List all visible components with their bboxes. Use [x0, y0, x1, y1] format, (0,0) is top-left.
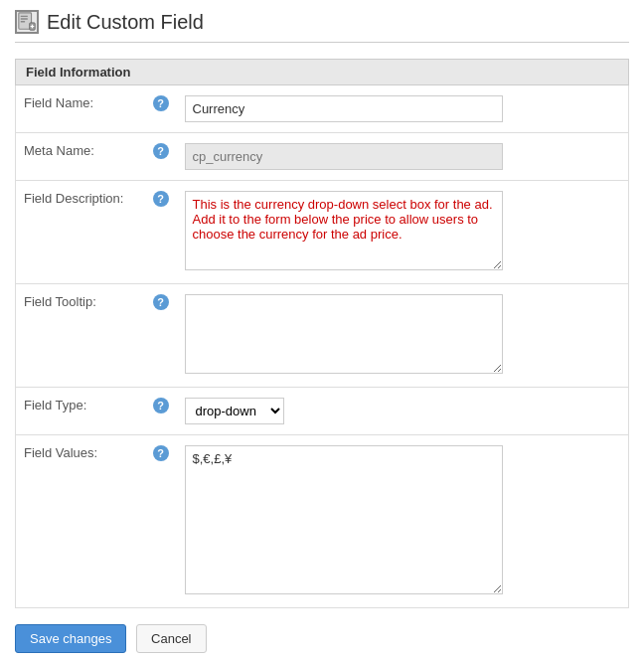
field-description-row: Field Description: ? This is the currenc… — [16, 181, 629, 284]
field-type-help-cell: ? — [145, 388, 177, 435]
field-type-row: Field Type: ? drop-down text textarea ch… — [16, 388, 629, 435]
field-description-input-cell: This is the currency drop-down select bo… — [177, 181, 629, 284]
field-description-help-icon[interactable]: ? — [153, 191, 169, 207]
page-wrapper: Edit Custom Field Field Information Fiel… — [0, 0, 644, 660]
field-tooltip-input-cell — [177, 284, 629, 388]
field-type-select[interactable]: drop-down text textarea checkbox radio — [185, 398, 284, 424]
section-header: Field Information — [15, 59, 629, 85]
save-button[interactable]: Save changes — [15, 624, 126, 653]
field-name-help-icon[interactable]: ? — [153, 95, 169, 111]
page-header: Edit Custom Field — [15, 10, 629, 43]
svg-rect-3 — [21, 21, 26, 22]
field-name-help-cell: ? — [145, 85, 177, 133]
field-description-help-cell: ? — [145, 181, 177, 284]
cancel-button[interactable]: Cancel — [136, 624, 206, 653]
field-name-row: Field Name: ? — [16, 85, 629, 133]
field-type-help-icon[interactable]: ? — [153, 398, 169, 413]
form-table: Field Name: ? Meta Name: ? Field Descrip… — [15, 85, 629, 608]
field-tooltip-textarea[interactable] — [185, 294, 503, 374]
meta-name-help-cell: ? — [145, 133, 177, 181]
field-description-label: Field Description: — [16, 181, 145, 284]
field-type-input-cell: drop-down text textarea checkbox radio — [177, 388, 629, 435]
field-type-select-wrapper: drop-down text textarea checkbox radio — [185, 398, 621, 424]
field-values-row: Field Values: ? $,€,£,¥ — [16, 435, 629, 608]
field-tooltip-row: Field Tooltip: ? — [16, 284, 629, 388]
field-values-help-cell: ? — [145, 435, 177, 608]
page-title: Edit Custom Field — [47, 11, 204, 34]
field-values-textarea[interactable]: $,€,£,¥ — [185, 445, 503, 594]
footer-buttons: Save changes Cancel — [15, 624, 629, 653]
meta-name-label: Meta Name: — [16, 133, 145, 181]
field-values-input-cell: $,€,£,¥ — [177, 435, 629, 608]
svg-rect-1 — [21, 16, 28, 17]
meta-name-row: Meta Name: ? — [16, 133, 629, 181]
field-values-label: Field Values: — [16, 435, 145, 608]
meta-name-input-cell — [177, 133, 629, 181]
field-name-input[interactable] — [185, 95, 503, 122]
meta-name-input[interactable] — [185, 143, 503, 170]
field-description-textarea[interactable]: This is the currency drop-down select bo… — [185, 191, 503, 270]
field-values-help-icon[interactable]: ? — [153, 445, 169, 461]
field-type-label: Field Type: — [16, 388, 145, 435]
page-icon — [15, 10, 39, 34]
svg-rect-2 — [21, 18, 28, 19]
meta-name-help-icon[interactable]: ? — [153, 143, 169, 159]
field-tooltip-help-cell: ? — [145, 284, 177, 388]
field-tooltip-label: Field Tooltip: — [16, 284, 145, 388]
field-tooltip-help-icon[interactable]: ? — [153, 294, 169, 310]
field-name-input-cell — [177, 85, 629, 133]
field-name-label: Field Name: — [16, 85, 145, 133]
